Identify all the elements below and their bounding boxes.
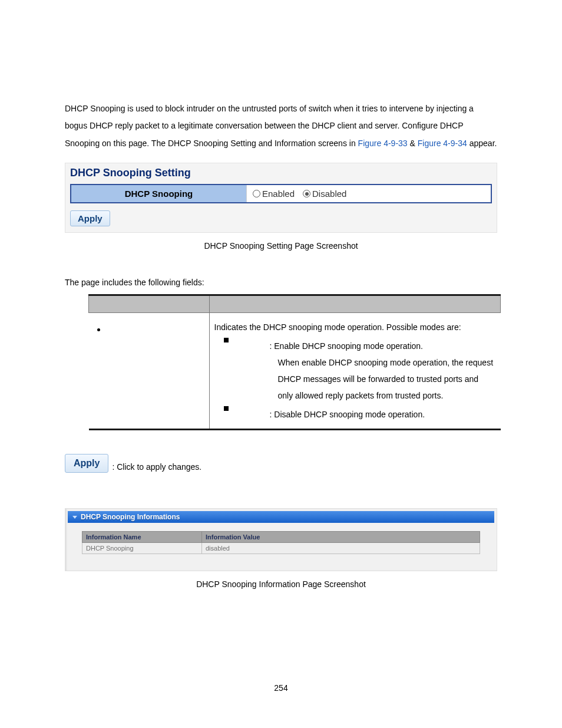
info-panel-title: DHCP Snooping Informations [81,513,180,521]
intro-paragraph: DHCP Snooping is used to block intruder … [65,100,497,152]
apply-button-inline[interactable]: Apply [65,454,108,473]
intro-amp: & [410,139,418,148]
figure-link-1[interactable]: Figure 4-9-33 [358,139,408,148]
figure-caption-2: DHCP Snooping Information Page Screensho… [65,579,497,589]
radio-enabled-label: Enabled [262,189,295,199]
info-col-value: Information Value [202,532,480,543]
fields-description-cell: Indicates the DHCP snooping mode operati… [209,313,501,430]
fields-desc-line: Indicates the DHCP snooping mode operati… [214,319,496,335]
figure-caption-1: DHCP Snooping Setting Page Screenshot [65,241,497,251]
enable-text: : Enable DHCP snooping mode operation. [270,341,423,351]
settings-row-label: DHCP Snooping [71,185,246,203]
info-col-name: Information Name [82,532,202,543]
dhcp-snooping-setting-panel: DHCP Snooping Setting DHCP Snooping Enab… [65,163,497,233]
radio-enabled[interactable]: Enabled [253,189,295,199]
settings-panel-title: DHCP Snooping Setting [65,163,497,184]
square-bullet-icon [224,406,229,411]
info-panel-header[interactable]: DHCP Snooping Informations [68,511,494,523]
page-number: 254 [0,683,562,693]
figure-link-2[interactable]: Figure 4-9-34 [418,139,467,148]
info-row-name: DHCP Snooping [82,543,202,554]
dhcp-snooping-info-panel: DHCP Snooping Informations Information N… [65,508,497,571]
fields-header-object [89,295,210,313]
settings-table: DHCP Snooping Enabled Disabled [70,184,492,203]
fields-header-description [209,295,501,313]
apply-button[interactable]: Apply [70,210,110,226]
fields-object-cell [89,313,210,430]
info-table: Information Name Information Value DHCP … [82,531,480,554]
chevron-down-icon [72,516,77,519]
apply-description-row: Apply : Click to apply changes. [65,454,497,473]
radio-disabled[interactable]: Disabled [303,189,346,199]
fields-table: Indicates the DHCP snooping mode operati… [88,294,501,430]
radio-disabled-label: Disabled [312,189,346,199]
radio-circle-checked-icon [303,190,310,197]
radio-circle-icon [253,190,260,197]
enable-extra: When enable DHCP snooping mode operation… [237,354,496,404]
info-row-value: disabled [202,543,480,554]
apply-description-text: : Click to apply changes. [112,462,201,473]
fields-intro: The page includes the following fields: [65,278,497,287]
square-bullet-icon [224,338,229,342]
disable-text: : Disable DHCP snooping mode operation. [270,410,425,419]
intro-part2: appear. [470,139,497,148]
dhcp-snooping-radio-group: Enabled Disabled [253,189,485,199]
bullet-icon [97,328,100,331]
